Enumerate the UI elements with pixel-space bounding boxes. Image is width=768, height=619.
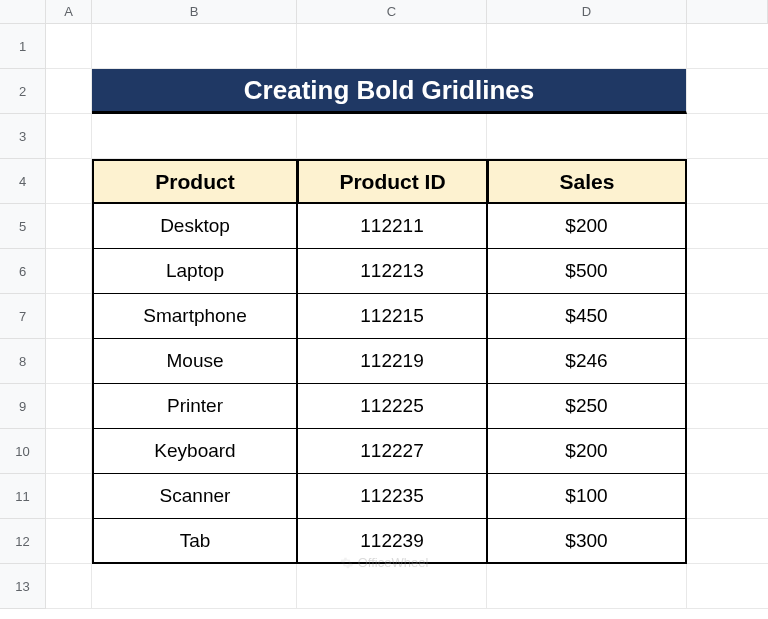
cell-d1[interactable] (487, 24, 687, 69)
select-all-corner[interactable] (0, 0, 46, 24)
cell-a11[interactable] (46, 474, 92, 519)
row-header-4[interactable]: 4 (0, 159, 46, 204)
cell-e5[interactable] (687, 204, 768, 249)
cell-e9[interactable] (687, 384, 768, 429)
row-header-12[interactable]: 12 (0, 519, 46, 564)
row-header-6[interactable]: 6 (0, 249, 46, 294)
cell-a9[interactable] (46, 384, 92, 429)
title-cell[interactable]: Creating Bold Gridlines (92, 69, 687, 114)
table-row[interactable]: Laptop (92, 249, 297, 294)
cell-a10[interactable] (46, 429, 92, 474)
table-header-id[interactable]: Product ID (297, 159, 487, 204)
col-header-c[interactable]: C (297, 0, 487, 24)
table-row[interactable]: $246 (487, 339, 687, 384)
row-header-1[interactable]: 1 (0, 24, 46, 69)
table-header-product[interactable]: Product (92, 159, 297, 204)
row-header-7[interactable]: 7 (0, 294, 46, 339)
row-header-9[interactable]: 9 (0, 384, 46, 429)
cell-a5[interactable] (46, 204, 92, 249)
cell-e7[interactable] (687, 294, 768, 339)
cell-d13[interactable] (487, 564, 687, 609)
table-header-sales[interactable]: Sales (487, 159, 687, 204)
cell-e2[interactable] (687, 69, 768, 114)
col-header-empty (687, 0, 768, 24)
cell-e1[interactable] (687, 24, 768, 69)
cell-a8[interactable] (46, 339, 92, 384)
table-row[interactable]: Printer (92, 384, 297, 429)
cell-e6[interactable] (687, 249, 768, 294)
cell-e12[interactable] (687, 519, 768, 564)
cell-d3[interactable] (487, 114, 687, 159)
table-row[interactable]: $200 (487, 429, 687, 474)
table-row[interactable]: 112227 (297, 429, 487, 474)
table-row[interactable]: $500 (487, 249, 687, 294)
row-header-5[interactable]: 5 (0, 204, 46, 249)
table-row[interactable]: $100 (487, 474, 687, 519)
cell-a12[interactable] (46, 519, 92, 564)
col-header-a[interactable]: A (46, 0, 92, 24)
cell-c1[interactable] (297, 24, 487, 69)
table-row[interactable]: Mouse (92, 339, 297, 384)
cell-e10[interactable] (687, 429, 768, 474)
spreadsheet-grid[interactable]: A B C D 1 2 Creating Bold Gridlines 3 4 … (0, 0, 768, 609)
cell-b13[interactable] (92, 564, 297, 609)
row-header-3[interactable]: 3 (0, 114, 46, 159)
cell-e3[interactable] (687, 114, 768, 159)
cell-e8[interactable] (687, 339, 768, 384)
row-header-10[interactable]: 10 (0, 429, 46, 474)
cell-a3[interactable] (46, 114, 92, 159)
table-row[interactable]: 112225 (297, 384, 487, 429)
cell-a6[interactable] (46, 249, 92, 294)
table-row[interactable]: $300 (487, 519, 687, 564)
cell-e13[interactable] (687, 564, 768, 609)
col-header-b[interactable]: B (92, 0, 297, 24)
cell-b1[interactable] (92, 24, 297, 69)
table-row[interactable]: 112235 (297, 474, 487, 519)
table-row[interactable]: Desktop (92, 204, 297, 249)
cell-b3[interactable] (92, 114, 297, 159)
cell-c13[interactable] (297, 564, 487, 609)
cell-a7[interactable] (46, 294, 92, 339)
cell-e11[interactable] (687, 474, 768, 519)
table-row[interactable]: 112215 (297, 294, 487, 339)
table-row[interactable]: Smartphone (92, 294, 297, 339)
cell-a1[interactable] (46, 24, 92, 69)
row-header-8[interactable]: 8 (0, 339, 46, 384)
table-row[interactable]: Tab (92, 519, 297, 564)
row-header-2[interactable]: 2 (0, 69, 46, 114)
table-row[interactable]: $250 (487, 384, 687, 429)
cell-e4[interactable] (687, 159, 768, 204)
table-row[interactable]: $450 (487, 294, 687, 339)
table-row[interactable]: $200 (487, 204, 687, 249)
table-row[interactable]: Keyboard (92, 429, 297, 474)
table-row[interactable]: 112211 (297, 204, 487, 249)
col-header-d[interactable]: D (487, 0, 687, 24)
cell-a13[interactable] (46, 564, 92, 609)
table-row[interactable]: 112219 (297, 339, 487, 384)
table-row[interactable]: 112239 (297, 519, 487, 564)
table-row[interactable]: 112213 (297, 249, 487, 294)
cell-a2[interactable] (46, 69, 92, 114)
table-row[interactable]: Scanner (92, 474, 297, 519)
cell-c3[interactable] (297, 114, 487, 159)
row-header-11[interactable]: 11 (0, 474, 46, 519)
row-header-13[interactable]: 13 (0, 564, 46, 609)
cell-a4[interactable] (46, 159, 92, 204)
